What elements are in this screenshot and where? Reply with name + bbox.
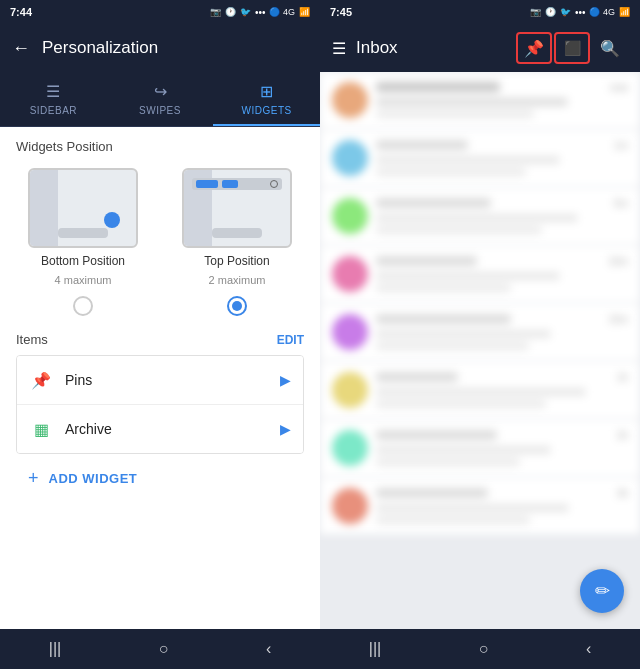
top-position-sublabel: 2 maximum (209, 274, 266, 286)
bottom-position-sublabel: 4 maximum (55, 274, 112, 286)
tabs-row: ☰ SIDEBAR ↪ SWIPES ⊞ WIDGETS (0, 72, 320, 127)
archive-action-button[interactable]: ⬛ (554, 32, 590, 64)
edit-button[interactable]: EDIT (277, 333, 304, 347)
add-widget-label: ADD WIDGET (49, 471, 138, 486)
inbox-title: Inbox (356, 38, 506, 58)
right-bottom-nav: ||| ○ ‹ (320, 629, 640, 669)
section-title: Widgets Position (16, 139, 304, 154)
left-status-icons: 📷 🕐 🐦 ••• 🔵 4G 📶 (210, 7, 310, 18)
right-status-icons: 📷 🕐 🐦 ••• 🔵 4G 📶 (530, 7, 630, 18)
table-row: 1m (320, 130, 640, 186)
left-panel: 7:44 📷 🕐 🐦 ••• 🔵 4G 📶 ← Personalization … (0, 0, 320, 669)
bottom-position-label: Bottom Position (41, 254, 125, 268)
table-row: 1h (320, 362, 640, 418)
avatar (332, 140, 368, 176)
pins-label: Pins (65, 372, 268, 388)
pins-chevron-icon: ▶ (280, 372, 291, 388)
tab-sidebar-label: SIDEBAR (30, 105, 77, 116)
search-icon: 🔍 (600, 39, 620, 58)
avatar (332, 314, 368, 350)
pin-action-button[interactable]: 📌 (516, 32, 552, 64)
table-row: 15m (320, 304, 640, 360)
pins-icon: 📌 (29, 368, 53, 392)
table-row: 5m (320, 188, 640, 244)
top-position-option[interactable]: Top Position 2 maximum (170, 168, 304, 316)
list-item-archive[interactable]: ▦ Archive ▶ (17, 405, 303, 453)
top-radio-outer[interactable] (227, 296, 247, 316)
items-label: Items (16, 332, 48, 347)
left-nav-home-icon[interactable]: ○ (159, 640, 169, 658)
tab-swipes-label: SWIPES (139, 105, 181, 116)
table-row: now (320, 72, 640, 128)
right-nav-home-icon[interactable]: ○ (479, 640, 489, 658)
right-time: 7:45 (330, 6, 352, 18)
table-row: 3h (320, 478, 640, 534)
avatar (332, 82, 368, 118)
archive-icon: ▦ (29, 417, 53, 441)
archive-label: Archive (65, 421, 268, 437)
right-nav-back-icon[interactable]: ‹ (586, 640, 591, 658)
bottom-radio[interactable] (73, 296, 93, 316)
widget-positions: Bottom Position 4 maximum Top Po (16, 168, 304, 316)
archive-chevron-icon: ▶ (280, 421, 291, 437)
search-action-button[interactable]: 🔍 (592, 32, 628, 64)
right-content: now 1m 5m (320, 72, 640, 629)
right-top-nav: ☰ Inbox 📌 ⬛ 🔍 (320, 24, 640, 72)
table-row: 2h (320, 420, 640, 476)
hamburger-button[interactable]: ☰ (332, 39, 346, 58)
bottom-radio-outer[interactable] (73, 296, 93, 316)
page-title: Personalization (42, 38, 158, 58)
left-status-bar: 7:44 📷 🕐 🐦 ••• 🔵 4G 📶 (0, 0, 320, 24)
left-top-nav: ← Personalization (0, 24, 320, 72)
top-preview (182, 168, 292, 248)
table-row: 10m (320, 246, 640, 302)
left-nav-back-icon[interactable]: ‹ (266, 640, 271, 658)
add-widget-button[interactable]: + ADD WIDGET (16, 454, 304, 503)
archive-action-icon: ⬛ (564, 40, 581, 56)
content-area: Widgets Position Bottom Position 4 maxim… (0, 127, 320, 629)
avatar (332, 256, 368, 292)
list-item-pins[interactable]: 📌 Pins ▶ (17, 356, 303, 405)
tab-sidebar[interactable]: ☰ SIDEBAR (0, 72, 107, 126)
avatar (332, 198, 368, 234)
top-radio[interactable] (227, 296, 247, 316)
widgets-tab-icon: ⊞ (260, 82, 273, 101)
bottom-preview (28, 168, 138, 248)
compose-fab-button[interactable]: ✏ (580, 569, 624, 613)
left-time: 7:44 (10, 6, 32, 18)
right-panel: 7:45 📷 🕐 🐦 ••• 🔵 4G 📶 ☰ Inbox 📌 ⬛ 🔍 (320, 0, 640, 669)
avatar (332, 372, 368, 408)
email-list: now 1m 5m (320, 72, 640, 536)
top-position-label: Top Position (204, 254, 269, 268)
back-button[interactable]: ← (12, 38, 30, 59)
avatar (332, 430, 368, 466)
compose-icon: ✏ (595, 580, 610, 602)
right-action-icons: 📌 ⬛ 🔍 (516, 32, 628, 64)
tab-swipes[interactable]: ↪ SWIPES (107, 72, 214, 126)
right-status-bar: 7:45 📷 🕐 🐦 ••• 🔵 4G 📶 (320, 0, 640, 24)
left-bottom-nav: ||| ○ ‹ (0, 629, 320, 669)
avatar (332, 488, 368, 524)
right-nav-menu-icon[interactable]: ||| (369, 640, 381, 658)
widget-list: 📌 Pins ▶ ▦ Archive ▶ (16, 355, 304, 454)
swipes-tab-icon: ↪ (154, 82, 167, 101)
tab-widgets-label: WIDGETS (242, 105, 292, 116)
bottom-position-option[interactable]: Bottom Position 4 maximum (16, 168, 150, 316)
sidebar-tab-icon: ☰ (46, 82, 60, 101)
pin-icon: 📌 (524, 39, 544, 58)
items-header: Items EDIT (16, 332, 304, 347)
left-nav-menu-icon[interactable]: ||| (49, 640, 61, 658)
top-radio-inner (232, 301, 242, 311)
tab-widgets[interactable]: ⊞ WIDGETS (213, 72, 320, 126)
add-icon: + (28, 468, 39, 489)
